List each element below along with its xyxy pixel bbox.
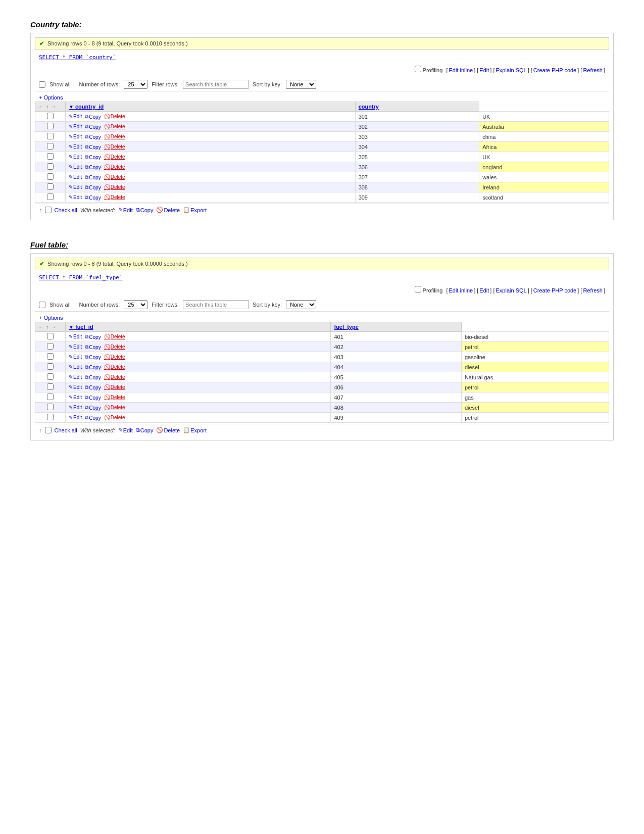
fuel-row-checkbox[interactable] [47,404,54,410]
edit-link[interactable]: Edit [479,67,489,73]
check-all-link[interactable]: Check all [55,207,77,213]
fuel-row-checkbox[interactable] [47,363,54,370]
copy-row-link[interactable]: ⧉ Copy [85,164,101,170]
delete-row-link[interactable]: 🚫 Delete [104,154,125,160]
fuel-edit-inline-link[interactable]: Edit inline [449,287,473,293]
edit-row-link[interactable]: ✎ Edit [69,134,82,139]
edit-inline-link[interactable]: Edit inline [449,67,473,73]
fuel-delete-row-link[interactable]: 🚫 Delete [104,415,125,420]
edit-row-link[interactable]: ✎ Edit [69,114,82,119]
fuel-row-checkbox[interactable] [47,333,54,339]
row-checkbox[interactable] [47,153,54,160]
fuel-filter-rows-input[interactable] [183,300,249,309]
fuel-edit-row-link[interactable]: ✎ Edit [69,374,82,380]
delete-row-link[interactable]: 🚫 Delete [104,174,125,180]
copy-row-link[interactable]: ⧉ Copy [85,144,101,150]
fuel-copy-row-link[interactable]: ⧉ Copy [85,395,101,401]
delete-row-link[interactable]: 🚫 Delete [104,144,125,150]
fuel-edit-row-link[interactable]: ✎ Edit [69,415,82,420]
edit-row-link[interactable]: ✎ Edit [69,174,82,180]
fuel-show-all-checkbox[interactable] [39,302,45,308]
fuel-sort-by-key-select[interactable]: None fuel_id fuel_type [286,300,316,309]
row-checkbox[interactable] [47,173,54,180]
edit-row-link[interactable]: ✎ Edit [69,124,82,129]
copy-row-link[interactable]: ⧉ Copy [85,184,101,190]
fuel-refresh-link[interactable]: Refresh [583,287,603,293]
fuel-profiling-checkbox[interactable] [415,286,421,292]
fuel-edit-row-link[interactable]: ✎ Edit [69,344,82,350]
sort-by-key-select[interactable]: None country_id country [286,80,316,89]
copy-row-link[interactable]: ⧉ Copy [85,114,101,120]
fuel-edit-row-link[interactable]: ✎ Edit [69,384,82,390]
copy-row-link[interactable]: ⧉ Copy [85,174,101,180]
fuel-edit-link[interactable]: Edit [479,287,489,293]
fuel-delete-row-link[interactable]: 🚫 Delete [104,334,125,339]
fuel-copy-row-link[interactable]: ⧉ Copy [85,415,101,421]
fuel-explain-sql-link[interactable]: Explain SQL [496,287,527,293]
fuel-copy-row-link[interactable]: ⧉ Copy [85,405,101,411]
fuel-type-col-header[interactable]: fuel_type [331,322,461,332]
fuel-copy-row-link[interactable]: ⧉ Copy [85,384,101,390]
bottom-edit-link[interactable]: ✎ Edit [118,207,133,213]
explain-sql-link[interactable]: Explain SQL [496,67,527,73]
edit-row-link[interactable]: ✎ Edit [69,184,82,190]
copy-row-link[interactable]: ⧉ Copy [85,194,101,201]
bottom-export-link[interactable]: 📋 Export [183,207,207,213]
fuel-row-checkbox[interactable] [47,353,54,360]
fuel-row-checkbox[interactable] [47,373,54,380]
copy-row-link[interactable]: ⧉ Copy [85,154,101,160]
delete-row-link[interactable]: 🚫 Delete [104,134,125,139]
delete-row-link[interactable]: 🚫 Delete [104,124,125,129]
copy-row-link[interactable]: ⧉ Copy [85,124,101,130]
fuel-create-php-link[interactable]: Create PHP code [533,287,576,293]
fuel-edit-row-link[interactable]: ✎ Edit [69,354,82,360]
fuel-arrow-left-icon[interactable]: ← [38,324,44,330]
fuel-arrow-right-icon[interactable]: → [51,324,57,330]
fuel-copy-row-link[interactable]: ⧉ Copy [85,354,101,360]
arrow-right-icon[interactable]: → [51,104,57,110]
delete-row-link[interactable]: 🚫 Delete [104,194,125,200]
edit-row-link[interactable]: ✎ Edit [69,154,82,160]
fuel-options-row[interactable]: + Options [35,314,609,322]
fuel-check-all-link[interactable]: Check all [55,427,77,433]
fuel-row-checkbox[interactable] [47,394,54,400]
fuel-copy-row-link[interactable]: ⧉ Copy [85,334,101,340]
row-checkbox[interactable] [47,113,54,119]
fuel-copy-row-link[interactable]: ⧉ Copy [85,364,101,370]
profiling-checkbox[interactable] [415,66,421,72]
edit-row-link[interactable]: ✎ Edit [69,144,82,150]
show-all-checkbox[interactable] [39,81,45,88]
fuel-bottom-edit-link[interactable]: ✎ Edit [118,427,133,433]
fuel-id-header[interactable]: ▼ fuel_id [66,322,331,332]
bottom-delete-link[interactable]: 🚫 Delete [156,207,180,213]
fuel-copy-row-link[interactable]: ⧉ Copy [85,374,101,380]
fuel-row-checkbox[interactable] [47,383,54,390]
number-of-rows-select[interactable]: 25 50 100 [124,80,147,89]
fuel-delete-row-link[interactable]: 🚫 Delete [104,374,125,380]
delete-row-link[interactable]: 🚫 Delete [104,164,125,170]
fuel-edit-row-link[interactable]: ✎ Edit [69,364,82,370]
delete-row-link[interactable]: 🚫 Delete [104,114,125,119]
fuel-sql-line[interactable]: SELECT * FROM `fuel_type` [35,273,609,282]
fuel-delete-row-link[interactable]: 🚫 Delete [104,344,125,350]
edit-row-link[interactable]: ✎ Edit [69,194,82,200]
country-sql-line[interactable]: SELECT * FROM `country` [35,53,609,62]
fuel-edit-row-link[interactable]: ✎ Edit [69,334,82,339]
refresh-link[interactable]: Refresh [583,67,603,73]
fuel-check-all-checkbox-bottom[interactable] [45,427,52,433]
fuel-delete-row-link[interactable]: 🚫 Delete [104,364,125,370]
fuel-delete-row-link[interactable]: 🚫 Delete [104,354,125,360]
country-id-header[interactable]: ▼ country_id [66,102,356,112]
arrow-left-icon[interactable]: ← [38,104,44,110]
fuel-edit-row-link[interactable]: ✎ Edit [69,405,82,410]
fuel-row-checkbox[interactable] [47,414,54,420]
fuel-delete-row-link[interactable]: 🚫 Delete [104,395,125,400]
row-checkbox[interactable] [47,133,54,139]
check-all-checkbox-bottom[interactable] [45,207,52,213]
create-php-link[interactable]: Create PHP code [533,67,576,73]
row-checkbox[interactable] [47,163,54,170]
fuel-row-checkbox[interactable] [47,343,54,350]
fuel-bottom-export-link[interactable]: 📋 Export [183,427,207,433]
delete-row-link[interactable]: 🚫 Delete [104,184,125,190]
country-options-row[interactable]: + Options [35,93,609,102]
